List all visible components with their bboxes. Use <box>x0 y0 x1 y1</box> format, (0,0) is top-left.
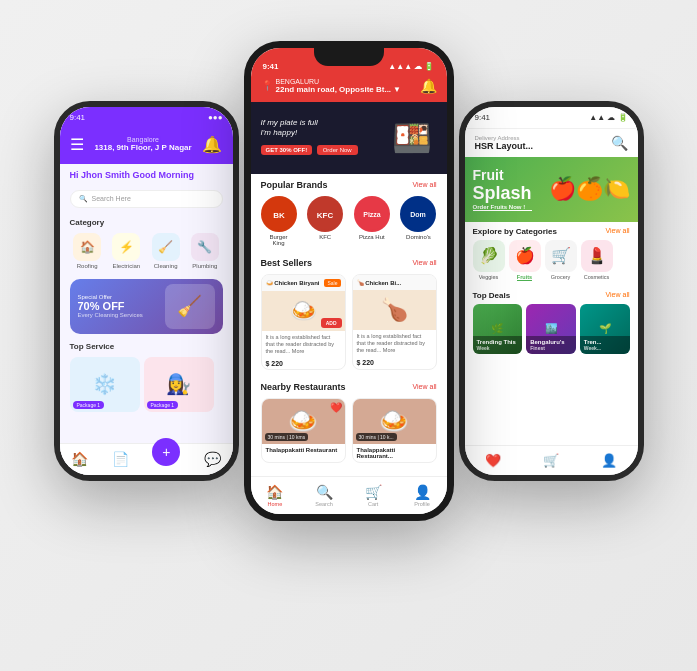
sellers-view-all[interactable]: View all <box>413 259 437 266</box>
sellers-row: 🍛 Chicken Biryani Sale 🍛 ADD It is a lon… <box>261 274 437 370</box>
bell-icon[interactable]: 🔔 <box>420 78 437 94</box>
popular-brands-section: Popular Brands View all BK BurgerKing KF… <box>251 174 447 252</box>
left-signal: ●●● <box>208 113 223 122</box>
dom-name: Domino's <box>406 234 431 240</box>
cat-roofing[interactable]: 🏠 Roofing <box>70 233 105 269</box>
deal-3-sub: Week... <box>584 345 626 351</box>
menu-icon[interactable]: ☰ <box>70 135 84 154</box>
brand-bk[interactable]: BK BurgerKing <box>261 196 297 246</box>
restaurant-1[interactable]: 🍛 ❤️ 30 mins | 10 kms Thalappakatti Rest… <box>261 398 346 463</box>
bk-logo: BK <box>261 196 297 232</box>
cat-cleaning[interactable]: 🧹 Cleaning <box>148 233 183 269</box>
deal-3-overlay: Tren... Week... <box>580 336 630 354</box>
deal-1[interactable]: 🌿 Trending This Week <box>473 304 523 354</box>
brand-kfc[interactable]: KFC KFC <box>307 196 343 246</box>
deal-2[interactable]: 🏙️ Bengaluru's Finest <box>526 304 576 354</box>
r-cat-cosmetics[interactable]: 💄 Cosmetics <box>581 240 613 281</box>
seller-card-1[interactable]: 🍛 Chicken Biryani Sale 🍛 ADD It is a lon… <box>261 274 346 370</box>
left-search-bar[interactable]: 🔍 Search Here <box>70 190 223 208</box>
hero-image: 🍱 <box>377 103 447 173</box>
left-bottom-nav: 🏠 📄 + 💬 <box>60 443 233 475</box>
r-cat-label-fruits: Fruits <box>517 274 532 281</box>
r-nav-fav[interactable]: ❤️ <box>485 453 501 468</box>
greeting-prefix: Hi Jhon Smith <box>70 170 131 180</box>
nearby-title: Nearby Restaurants <box>261 382 346 392</box>
deal-2-overlay: Bengaluru's Finest <box>526 336 576 354</box>
brands-view-all[interactable]: View all <box>413 181 437 188</box>
kfc-logo: KFC <box>307 196 343 232</box>
nearby-view-all[interactable]: View all <box>413 383 437 390</box>
service-cards: ❄️ Package 1 👩‍🔧 Package 1 <box>70 357 223 412</box>
left-nav-home[interactable]: 🏠 <box>71 451 88 467</box>
center-nav-home[interactable]: 🏠Home <box>266 484 283 507</box>
r-cat-fruits[interactable]: 🍎 Fruits <box>509 240 541 281</box>
center-address: 22nd main road, Opposite Bt... <box>276 85 392 94</box>
left-nav-doc[interactable]: 📄 <box>112 451 129 467</box>
service-card-1[interactable]: ❄️ Package 1 <box>70 357 140 412</box>
deal-3[interactable]: 🌱 Tren... Week... <box>580 304 630 354</box>
seller-1-price: $ 220 <box>262 358 345 369</box>
notification-icon[interactable]: 🔔 <box>202 135 222 154</box>
right-deals-view-all[interactable]: View all <box>606 291 630 300</box>
restaurant-2[interactable]: 🍛 30 mins | 10 k... Thalappakatti Restau… <box>352 398 437 463</box>
seller-2-image: 🍗 <box>353 290 436 330</box>
center-location-row: 📍 BENGALURU 22nd main road, Opposite Bt.… <box>261 78 402 94</box>
service-card-2[interactable]: 👩‍🔧 Package 1 <box>144 357 214 412</box>
center-nav-cart-label: Cart <box>368 501 378 507</box>
left-time: 9:41 <box>70 113 86 122</box>
center-nav-cart[interactable]: 🛒Cart <box>365 484 382 507</box>
brand-ph[interactable]: Pizza Pizza Hut <box>354 196 390 246</box>
center-nav-profile[interactable]: 👤Profile <box>414 484 431 507</box>
best-sellers-section: Best Sellers View all 🍛 Chicken Biryani … <box>251 252 447 376</box>
left-nav-msg[interactable]: 💬 <box>204 451 221 467</box>
seller-card-2[interactable]: 🍗 Chicken Bi... 🍗 It is a long establish… <box>352 274 437 370</box>
service-badge-1: Package 1 <box>73 401 105 409</box>
seller-card-2-header: 🍗 Chicken Bi... <box>353 275 436 290</box>
cat-electrician[interactable]: ⚡ Electrician <box>109 233 144 269</box>
phones-container: 9:41 ●●● ☰ Bangalore 1318, 9th Floor, J … <box>24 21 674 651</box>
center-notch <box>314 48 384 66</box>
right-search-icon[interactable]: 🔍 <box>611 135 628 151</box>
right-categories-view-all[interactable]: View all <box>606 227 630 236</box>
r-cat-img-fruits: 🍎 <box>509 240 541 272</box>
seller-card-1-header: 🍛 Chicken Biryani Sale <box>262 275 345 291</box>
right-status-bar: 9:41 ▲▲ ☁ 🔋 <box>465 107 638 129</box>
right-bottom-nav: ❤️ 🛒 👤 <box>465 445 638 475</box>
fab-button[interactable]: + <box>152 438 180 466</box>
left-promo-banner: Special Offer 70% OFF Every Cleaning Ser… <box>70 279 223 334</box>
cat-icon-roofing: 🏠 <box>73 233 101 261</box>
r-cat-grocery[interactable]: 🛒 Grocery <box>545 240 577 281</box>
r-nav-cart[interactable]: 🛒 <box>543 453 559 468</box>
center-app-header: 📍 BENGALURU 22nd main road, Opposite Bt.… <box>251 74 447 102</box>
banner-cta[interactable]: Order Fruits Now ! <box>473 204 532 211</box>
seller-1-image: 🍛 ADD <box>262 291 345 331</box>
center-content-scroll[interactable]: Popular Brands View all BK BurgerKing KF… <box>251 174 447 520</box>
search-icon-left: 🔍 <box>79 195 88 203</box>
hero-text: If my plate is fullI'm happy! GET 30% OF… <box>251 110 377 166</box>
hero-cta[interactable]: Order Now <box>317 145 358 155</box>
center-nav-home-label: Home <box>268 501 283 507</box>
deal-1-overlay: Trending This Week <box>473 336 523 354</box>
center-nav-search[interactable]: 🔍Search <box>315 484 332 507</box>
cat-icon-electrician: ⚡ <box>112 233 140 261</box>
center-city: BENGALURU <box>276 78 402 85</box>
r-cat-veggies[interactable]: 🥬 Veggies <box>473 240 505 281</box>
left-location-label: Bangalore <box>94 136 191 143</box>
phone-center: 9:41 ▲▲▲ ☁ 🔋 📍 BENGALURU 22nd main road,… <box>244 41 454 521</box>
promo-offer: 70% OFF <box>78 300 143 312</box>
right-location: HSR Layout... <box>475 141 534 151</box>
add-button-1[interactable]: ADD <box>321 318 342 328</box>
rest-img-1: 🍛 ❤️ 30 mins | 10 kms <box>262 399 345 444</box>
right-categories-row: 🥬 Veggies 🍎 Fruits 🛒 Grocery 💄 Cosmetics <box>473 240 630 281</box>
center-nav-profile-label: Profile <box>414 501 430 507</box>
r-cat-img-cosmetics: 💄 <box>581 240 613 272</box>
deal-1-sub: Week <box>477 345 519 351</box>
seller-2-desc: It is a long established fact that the r… <box>353 330 436 357</box>
cat-plumbing[interactable]: 🔧 Plumbing <box>187 233 222 269</box>
r-nav-profile[interactable]: 👤 <box>601 453 617 468</box>
seller-2-name: 🍗 Chicken Bi... <box>357 279 402 286</box>
service-badge-2: Package 1 <box>147 401 179 409</box>
left-nav-fab[interactable]: + <box>152 452 180 466</box>
brand-dom[interactable]: Dom Domino's <box>400 196 436 246</box>
hero-tagline: If my plate is fullI'm happy! <box>261 118 367 139</box>
